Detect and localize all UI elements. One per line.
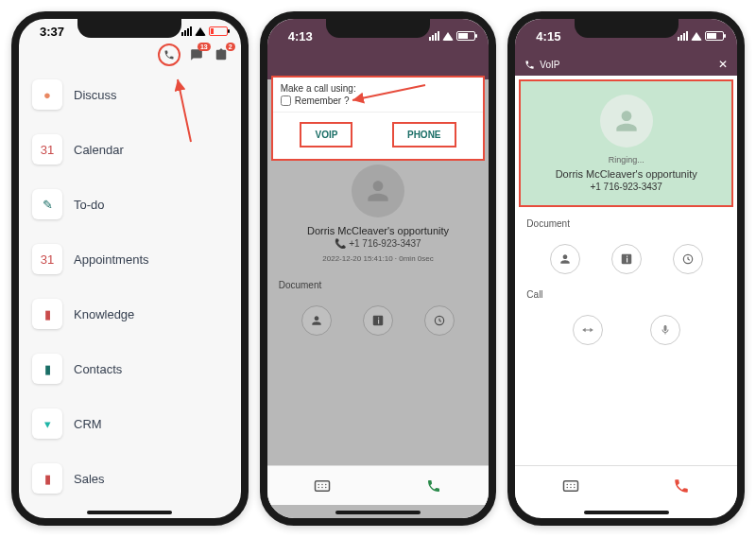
menu-item-contacts[interactable]: ▮Contacts: [32, 354, 228, 384]
battery-icon: [705, 31, 724, 41]
svg-point-12: [567, 483, 569, 485]
keypad-button[interactable]: [267, 466, 378, 505]
menu-label: To-do: [74, 198, 105, 212]
contact-name: Dorris McCleaver's opportunity: [277, 225, 480, 236]
wifi-icon: [442, 29, 454, 43]
menu-item-calendar[interactable]: 31Calendar: [32, 134, 228, 165]
call-section-label: Call: [515, 282, 737, 307]
signal-icon: [429, 31, 439, 41]
wifi-icon: [195, 25, 206, 39]
svg-point-13: [570, 483, 572, 485]
close-icon[interactable]: ✕: [718, 58, 728, 71]
document-actions: [267, 298, 490, 343]
phone-button[interactable]: PHONE: [392, 122, 456, 148]
app-header: 13 2: [19, 43, 241, 66]
avatar-icon: [600, 95, 653, 148]
svg-rect-11: [564, 480, 578, 491]
schedule-button[interactable]: [424, 305, 455, 336]
menu-label: Knowledge: [74, 307, 134, 321]
hangup-button[interactable]: [627, 466, 737, 505]
clock: 4:13: [288, 29, 313, 43]
svg-point-7: [318, 486, 320, 488]
menu-label: Sales: [74, 472, 105, 486]
menu-item-sales[interactable]: ▮Sales: [32, 463, 228, 494]
document-section-label: Document: [267, 272, 490, 298]
contact-card: Dorris McCleaver's opportunity 📞 +1 716-…: [267, 155, 490, 272]
contact-number: +1 716-923-3437: [528, 182, 724, 192]
status-icons: [678, 29, 724, 43]
signal-icon: [678, 31, 688, 41]
menu-label: Calendar: [74, 143, 124, 157]
voip-launcher-highlight: [158, 43, 180, 66]
remember-checkbox-label[interactable]: Remember ?: [281, 95, 476, 106]
clock: 3:37: [40, 25, 64, 39]
phone-screen-3: 4:15 VoIP ✕ Ringing... Dorris McCleaver'…: [507, 11, 745, 526]
voip-label: VoIP: [540, 60, 559, 70]
menu-item-crm[interactable]: ▾CRM: [32, 408, 228, 439]
menu-icon: ▮: [32, 463, 62, 494]
phone-screen-1: 3:37 13 2 ●Discuss31Calendar✎To-do31Appo…: [11, 11, 249, 526]
details-button[interactable]: [611, 244, 642, 274]
wifi-icon: [691, 29, 702, 43]
contact-button[interactable]: [301, 305, 332, 336]
menu-icon: ●: [32, 79, 62, 110]
notch: [77, 19, 181, 38]
menu-item-knowledge[interactable]: ▮Knowledge: [32, 299, 228, 329]
menu-icon: 31: [32, 244, 62, 274]
contact-number: 📞 +1 716-923-3437: [277, 238, 480, 249]
notch: [575, 19, 679, 38]
signal-icon: [181, 26, 192, 36]
svg-point-5: [322, 483, 324, 485]
call-button[interactable]: [378, 466, 489, 505]
svg-point-6: [325, 483, 327, 485]
document-section-label: Document: [515, 211, 737, 236]
call-method-dialog: Make a call using: Remember ? VOIP PHONE: [271, 76, 486, 161]
ringing-card: Ringing... Dorris McCleaver's opportunit…: [519, 79, 733, 207]
transfer-button[interactable]: [573, 315, 603, 345]
contact-button[interactable]: [550, 244, 580, 274]
home-indicator: [335, 511, 421, 514]
svg-point-15: [567, 486, 569, 488]
contact-name: Dorris McCleaver's opportunity: [528, 168, 724, 180]
schedule-button[interactable]: [673, 244, 703, 274]
menu-label: Appointments: [74, 252, 149, 267]
menu-icon: ▮: [32, 299, 62, 329]
ringing-status: Ringing...: [528, 155, 724, 165]
svg-point-17: [574, 486, 576, 488]
dialog-prompt: Make a call using:: [281, 83, 476, 94]
menu-icon: ▾: [32, 408, 62, 439]
menu-label: Contacts: [74, 362, 122, 376]
menu-item-appointments[interactable]: 31Appointments: [32, 244, 228, 274]
clock: 4:15: [536, 29, 560, 43]
mute-button[interactable]: [650, 315, 680, 345]
home-indicator: [584, 511, 669, 514]
voip-button[interactable]: VOIP: [300, 122, 352, 148]
menu-icon: ✎: [32, 189, 62, 219]
dialog-header: Make a call using: Remember ?: [273, 78, 484, 112]
activity-icon[interactable]: 2: [213, 46, 230, 63]
battery-icon: [209, 26, 228, 36]
menu-item-discuss[interactable]: ●Discuss: [32, 79, 228, 110]
menu-icon: 31: [32, 134, 62, 165]
avatar-icon: [352, 165, 404, 217]
bottom-bar: [515, 465, 737, 505]
remember-checkbox[interactable]: [281, 95, 291, 106]
bottom-bar: [267, 465, 490, 505]
details-button[interactable]: [363, 305, 393, 336]
battery-icon: [456, 31, 475, 41]
keypad-button[interactable]: [515, 466, 626, 505]
phone-icon[interactable]: [161, 46, 178, 63]
phone-screen-2: 4:13 Dorris McCleaver's opportunity 📞 +1…: [260, 11, 497, 526]
menu-item-to-do[interactable]: ✎To-do: [32, 189, 228, 219]
notch: [326, 19, 430, 38]
messaging-icon[interactable]: 13: [188, 46, 205, 63]
svg-point-4: [318, 483, 320, 485]
call-actions: [515, 307, 737, 353]
badge: 13: [198, 43, 211, 51]
app-menu: ●Discuss31Calendar✎To-do31Appointments▮K…: [19, 66, 241, 518]
menu-label: Discuss: [74, 88, 117, 102]
status-icons: [181, 25, 228, 39]
dialog-buttons: VOIP PHONE: [273, 112, 484, 159]
voip-icon: [524, 60, 535, 70]
svg-point-8: [322, 486, 324, 488]
